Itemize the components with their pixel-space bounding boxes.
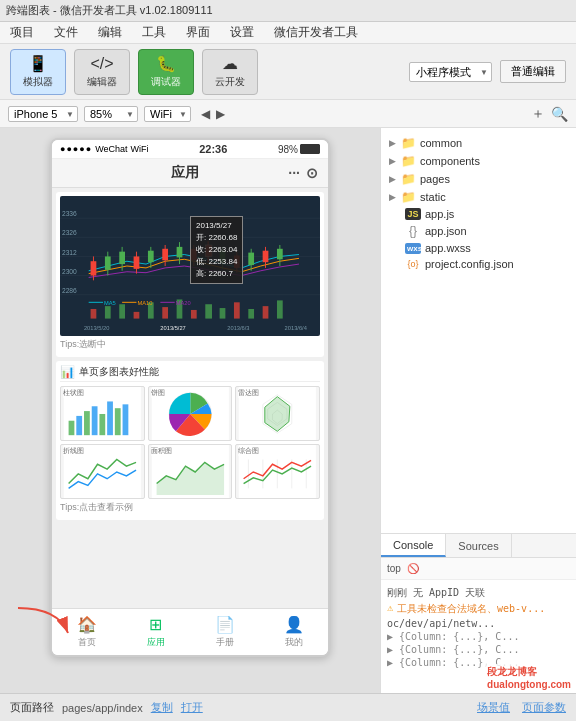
- title-text: 跨端图表 - 微信开发者工具 v1.02.1809111: [6, 3, 213, 18]
- console-expand-2[interactable]: ▶ {Column: {...}, C...: [387, 644, 519, 655]
- next-icon[interactable]: ▶: [216, 107, 225, 121]
- console-clear-icon[interactable]: 🚫: [407, 563, 419, 574]
- file-item-common[interactable]: ▶ 📁 common: [381, 134, 576, 152]
- svg-text:2286: 2286: [62, 287, 77, 294]
- mini-chart-5-label: 面积图: [151, 446, 172, 456]
- mini-chart-2-label: 饼图: [151, 388, 165, 398]
- status-scene-value[interactable]: 场景值: [477, 700, 510, 715]
- console-top-selector[interactable]: top: [387, 563, 401, 574]
- file-item-pages[interactable]: ▶ 📁 pages: [381, 170, 576, 188]
- svg-text:MA20: MA20: [176, 300, 191, 306]
- svg-text:2013/6/4: 2013/6/4: [285, 325, 308, 331]
- status-open-link[interactable]: 打开: [181, 700, 203, 715]
- prev-icon[interactable]: ◀: [201, 107, 210, 121]
- add-icon[interactable]: ＋: [531, 105, 545, 123]
- phone-nav-icons: ··· ⊙: [288, 165, 318, 181]
- tab-profile[interactable]: 👤 我的: [259, 613, 328, 651]
- svg-rect-49: [234, 302, 240, 318]
- battery-bar: [300, 144, 320, 154]
- status-page-params[interactable]: 页面参数: [522, 700, 566, 715]
- console-toolbar: top 🚫: [381, 558, 576, 580]
- json-icon: {}: [405, 224, 421, 238]
- phone-battery: 98%: [278, 144, 320, 155]
- tab-manual-label: 手册: [216, 636, 234, 649]
- svg-rect-40: [105, 306, 111, 318]
- debugger-button[interactable]: 🐛 调试器: [138, 49, 194, 95]
- wxss-icon: wxss: [405, 243, 421, 254]
- tooltip-low: 低: 2253.84: [196, 256, 237, 268]
- more-icon[interactable]: ···: [288, 165, 300, 181]
- arrow-components: ▶: [389, 156, 396, 166]
- network-select[interactable]: WiFi 3G 4G: [144, 106, 191, 122]
- console-row-2: ⚠ 工具未检查合法域名、web-v...: [387, 602, 570, 616]
- folder-components-icon: 📁: [400, 154, 416, 168]
- svg-rect-71: [123, 404, 129, 435]
- file-item-components[interactable]: ▶ 📁 components: [381, 152, 576, 170]
- arrow-common: ▶: [389, 138, 396, 148]
- menu-edit[interactable]: 编辑: [94, 23, 126, 42]
- multi-chart-header: 📊 单页多图表好性能: [60, 365, 320, 382]
- console-tab-sources[interactable]: Sources: [446, 534, 511, 557]
- menu-tools[interactable]: 工具: [138, 23, 170, 42]
- console-row-5: ▶ {Column: {...}, C...: [387, 644, 570, 655]
- mode-select[interactable]: 小程序模式 插件模式: [409, 62, 492, 82]
- tab-app[interactable]: ⊞ 应用: [121, 613, 190, 651]
- file-item-appjs[interactable]: JS app.js: [381, 206, 576, 222]
- file-item-projectconfig[interactable]: {o} project.config.json: [381, 256, 576, 272]
- phone-content[interactable]: 2336 2326 2312 2300 2286: [52, 188, 328, 608]
- editor-button[interactable]: </> 编辑器: [74, 49, 130, 95]
- zoom-select[interactable]: 85% 50% 75% 100%: [84, 106, 138, 122]
- file-item-appjson[interactable]: {} app.json: [381, 222, 576, 240]
- svg-rect-70: [115, 408, 121, 435]
- kline-chart-section: 2336 2326 2312 2300 2286: [56, 192, 324, 357]
- menu-bar: 项目 文件 编辑 工具 界面 设置 微信开发者工具: [0, 22, 576, 44]
- record-icon[interactable]: ⊙: [306, 165, 318, 181]
- menu-settings[interactable]: 设置: [226, 23, 258, 42]
- file-item-static[interactable]: ▶ 📁 static: [381, 188, 576, 206]
- phone-time: 22:36: [199, 143, 227, 155]
- kline-chart: 2336 2326 2312 2300 2286: [60, 196, 320, 336]
- zoom-select-wrap: 85% 50% 75% 100%: [84, 106, 138, 122]
- multi-chart-tips: Tips:点击查看示例: [60, 499, 320, 516]
- tooltip-date: 2013/5/27: [196, 220, 237, 232]
- debugger-icon: 🐛: [156, 54, 176, 73]
- toolbar: 📱 模拟器 </> 编辑器 🐛 调试器 ☁ 云开发 小程序模式 插件模式 普通编…: [0, 44, 576, 100]
- mini-chart-6-label: 综合图: [238, 446, 259, 456]
- search-icon[interactable]: 🔍: [551, 106, 568, 122]
- svg-text:2013/5/27: 2013/5/27: [160, 325, 185, 331]
- simulator-icon: 📱: [28, 54, 48, 73]
- device-select[interactable]: iPhone 5 iPhone 6 iPhone X: [8, 106, 78, 122]
- chart-tooltip: 2013/5/27 开: 2260.68 收: 2263.04 低: 2253.…: [190, 216, 243, 284]
- menu-file[interactable]: 文件: [50, 23, 82, 42]
- multi-chart-title: 单页多图表好性能: [79, 365, 159, 379]
- svg-rect-41: [119, 304, 125, 318]
- console-text-2: 工具未检查合法域名、web-v...: [397, 602, 545, 616]
- normal-edit-button[interactable]: 普通编辑: [500, 60, 566, 83]
- cloud-icon: ☁: [222, 54, 238, 73]
- wechat-label: WeChat: [95, 144, 127, 154]
- svg-rect-69: [107, 401, 113, 435]
- file-item-appwxss[interactable]: wxss app.wxss: [381, 240, 576, 256]
- menu-project[interactable]: 项目: [6, 23, 38, 42]
- console-text-3: oc/dev/api/netw...: [387, 618, 495, 629]
- simulator-panel: ●●●●● WeChat WiFi 22:36 98% 应用 ···: [0, 128, 380, 693]
- mini-chart-1: 柱状图: [60, 386, 145, 441]
- chart-header-icon: 📊: [60, 365, 75, 379]
- file-name-appjson: app.json: [425, 225, 467, 237]
- status-copy-link[interactable]: 复制: [151, 700, 173, 715]
- console-tab-console[interactable]: Console: [381, 534, 446, 557]
- svg-rect-34: [248, 253, 254, 265]
- simulator-button[interactable]: 📱 模拟器: [10, 49, 66, 95]
- mini-chart-5: 面积图: [148, 444, 233, 499]
- wifi-icon: WiFi: [131, 144, 149, 154]
- cloud-button[interactable]: ☁ 云开发: [202, 49, 258, 95]
- menu-interface[interactable]: 界面: [182, 23, 214, 42]
- menu-wechat-devtools[interactable]: 微信开发者工具: [270, 23, 362, 42]
- console-expand-1[interactable]: ▶ {Column: {...}, C...: [387, 631, 519, 642]
- file-name-appjs: app.js: [425, 208, 454, 220]
- tab-manual[interactable]: 📄 手册: [190, 613, 259, 651]
- mini-chart-4-label: 折线图: [63, 446, 84, 456]
- status-bar-right: 场景值 页面参数: [477, 700, 566, 715]
- svg-rect-52: [277, 300, 283, 318]
- arrow-svg: [8, 598, 88, 648]
